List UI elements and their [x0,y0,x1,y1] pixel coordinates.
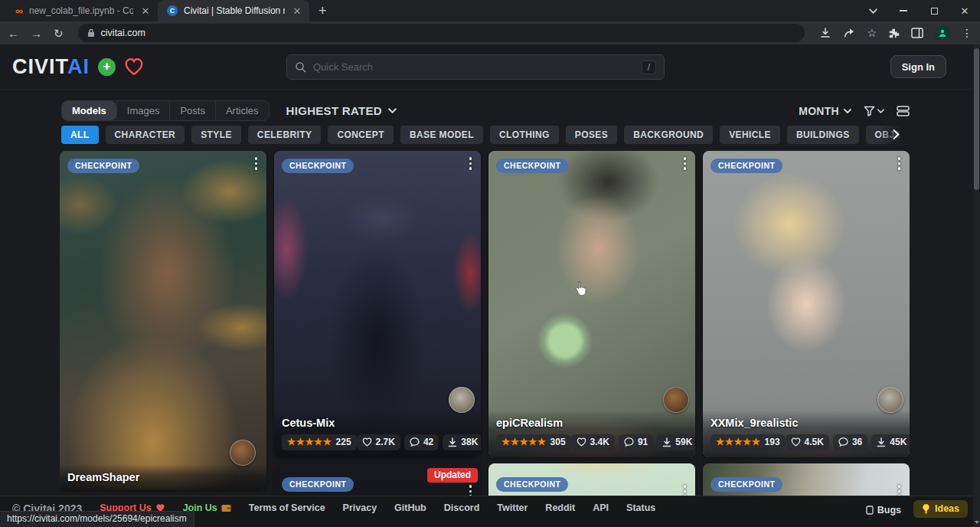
model-card-xxmix[interactable]: CHECKPOINT XXMix_9realistic ★★★★★ 193 [703,151,910,457]
model-type-badge[interactable]: CHECKPOINT [67,159,139,173]
model-type-badge[interactable]: CHECKPOINT [710,159,782,173]
chips-next-arrow[interactable] [893,129,900,140]
extensions-puzzle-icon[interactable] [888,28,900,39]
ideas-button[interactable]: Ideas [913,500,968,518]
category-chip-poses[interactable]: POSES [566,126,617,144]
more-options-icon[interactable] [684,157,687,170]
footer-link-privacy[interactable]: Privacy [343,502,377,513]
card-overlay: epiCRealism ★★★★★ 305 3.4K [488,410,695,457]
likes-pill[interactable]: 2.7K [357,434,400,450]
tab-posts[interactable]: Posts [169,101,215,120]
civitai-logo[interactable]: CIVITAI [12,55,90,79]
footer-link-discord[interactable]: Discord [444,502,480,513]
model-card-row2[interactable]: CHECKPOINT [488,463,695,496]
comments-pill[interactable]: 91 [619,434,653,450]
quick-search-input[interactable]: Quick Search / [286,54,665,80]
sort-dropdown[interactable]: HIGHEST RATED [286,104,397,117]
more-options-icon[interactable] [898,157,901,170]
category-chip-background[interactable]: BACKGROUND [624,126,713,144]
browser-menu-icon[interactable]: ⋮ [962,27,972,39]
footer-link-github[interactable]: GitHub [394,502,426,513]
model-type-badge[interactable]: CHECKPOINT [496,477,568,492]
model-type-badge[interactable]: CHECKPOINT [282,159,354,173]
more-options-icon[interactable] [469,485,472,496]
tab-images[interactable]: Images [116,101,170,120]
window-menu-chevron-icon[interactable] [858,0,888,21]
bugs-link[interactable]: Bugs [866,505,901,516]
category-chip-character[interactable]: CHARACTER [106,126,185,144]
footer-link-twitter[interactable]: Twitter [497,502,528,513]
minimize-button[interactable] [888,0,919,21]
model-card-dreamshaper[interactable]: CHECKPOINT DreamShaper [60,151,266,490]
tab-close-icon[interactable]: ✕ [139,5,152,17]
category-chip-buildings[interactable]: BUILDINGS [787,126,859,144]
category-chip-concept[interactable]: CONCEPT [328,126,393,144]
downloads-pill[interactable]: 38K [443,434,481,450]
browser-tab-civitai[interactable]: C Civitai | Stable Diffusion models, ✕ [158,0,309,21]
more-options-icon[interactable] [898,485,901,496]
star-rating-icons: ★★★★★ [287,437,332,447]
address-bar[interactable]: civitai.com [78,24,805,42]
rating-pill[interactable]: ★★★★★ 225 [282,434,357,450]
more-options-icon[interactable] [469,157,472,170]
category-chip-all[interactable]: ALL [61,126,99,144]
favorites-heart-icon[interactable] [124,57,144,76]
back-button[interactable]: ← [8,28,19,39]
page-scrollbar[interactable] [973,44,980,527]
footer-link-terms[interactable]: Terms of Service [249,502,325,513]
model-card-epicrealism[interactable]: CHECKPOINT epiCRealism ★★★★★ 305 3.4K [488,151,695,457]
model-card-cetus-mix[interactable]: CHECKPOINT Cetus-Mix ★★★★★ 225 2.7K [274,151,481,457]
footer-link-status[interactable]: Status [626,502,655,513]
new-tab-button[interactable]: + [318,3,327,19]
rating-pill[interactable]: ★★★★★ 305 [496,434,571,450]
model-type-badge[interactable]: CHECKPOINT [282,477,354,492]
maximize-button[interactable] [919,0,949,21]
model-type-badge[interactable]: CHECKPOINT [710,477,782,492]
tab-models[interactable]: Models [62,101,116,120]
creator-avatar[interactable] [663,387,689,413]
tab-articles[interactable]: Articles [215,101,269,120]
category-chip-base-model[interactable]: BASE MODEL [400,126,483,144]
side-panel-icon[interactable] [911,28,923,38]
browser-tab-colab[interactable]: ∞ new_colab_file.ipynb - Colaborat ✕ [6,0,158,21]
scrollbar-thumb[interactable] [974,48,979,190]
comments-pill[interactable]: 36 [833,434,867,450]
category-chip-clothing[interactable]: CLOTHING [490,126,559,144]
scrollbar-down-arrow-icon[interactable] [975,521,979,524]
downloads-icon[interactable] [819,27,831,39]
more-options-icon[interactable] [684,485,687,496]
forward-button[interactable]: → [31,28,42,39]
stat-pills: 4.5K 36 45K [786,434,910,450]
more-options-icon[interactable] [255,157,258,170]
share-icon[interactable] [843,27,855,39]
downloads-pill[interactable]: 59K [657,434,695,450]
filter-dropdown[interactable] [864,106,884,116]
bookmark-star-icon[interactable]: ☆ [867,27,877,39]
model-card-row2[interactable]: CHECKPOINT [703,463,910,496]
reload-button[interactable]: ↻ [54,28,64,39]
creator-avatar[interactable] [230,440,256,466]
category-chip-celebrity[interactable]: CELEBRITY [248,126,322,144]
period-dropdown[interactable]: MONTH [799,105,851,117]
footer-link-api[interactable]: API [593,502,609,513]
wallet-icon [221,504,231,512]
creator-avatar[interactable] [877,387,903,413]
likes-pill[interactable]: 4.5K [786,434,829,450]
sign-in-button[interactable]: Sign In [890,55,946,78]
upload-plus-button[interactable]: + [98,58,116,76]
close-window-button[interactable]: ✕ [949,0,980,21]
category-chip-style[interactable]: STYLE [191,126,241,144]
grid-column: CHECKPOINT Cetus-Mix ★★★★★ 225 2.7K [274,151,481,496]
layout-toggle-icon[interactable] [897,106,910,116]
comments-pill[interactable]: 42 [404,434,439,450]
tab-close-icon[interactable]: ✕ [291,5,303,17]
browser-profile-avatar[interactable] [935,25,950,41]
category-chip-vehicle[interactable]: VEHICLE [720,126,780,144]
footer-link-reddit[interactable]: Reddit [545,502,575,513]
model-card-row2[interactable]: Updated CHECKPOINT [274,463,481,496]
downloads-pill[interactable]: 45K [871,434,910,450]
model-type-badge[interactable]: CHECKPOINT [496,159,568,173]
rating-pill[interactable]: ★★★★★ 193 [710,434,786,450]
creator-avatar[interactable] [449,387,475,413]
likes-pill[interactable]: 3.4K [571,434,615,450]
